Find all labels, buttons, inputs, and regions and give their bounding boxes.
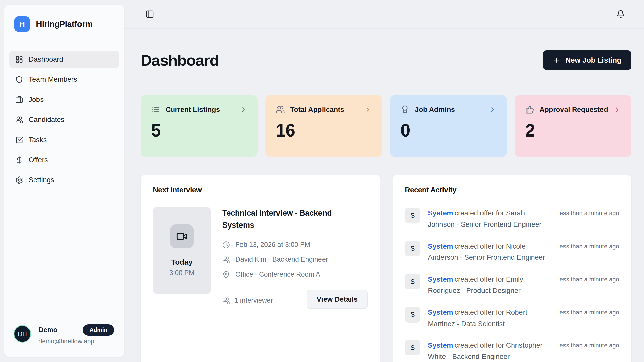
activity-actor: System xyxy=(428,308,453,316)
video-tile xyxy=(170,224,194,248)
activity-text: Systemcreated offer for Sarah Johnson - … xyxy=(428,208,551,230)
next-interview-card: Next Interview Today 3:00 PM Technical I… xyxy=(141,174,380,362)
sidebar-item-team-members[interactable]: Team Members xyxy=(9,71,119,88)
stat-value: 16 xyxy=(276,120,372,141)
activity-list-item: S Systemcreated offer for Robert Martine… xyxy=(405,307,619,330)
interview-day: Today xyxy=(171,258,193,266)
activity-actor: System xyxy=(428,209,453,217)
gear-icon xyxy=(15,176,23,184)
main-area: Dashboard New Job Listing Current Listin… xyxy=(125,0,644,362)
sidebar-item-label: Jobs xyxy=(29,96,44,104)
activity-text: Systemcreated offer for Nicole Anderson … xyxy=(428,241,551,263)
interview-location-row: Office - Conference Room A xyxy=(222,270,368,278)
activity-list-item: S Systemcreated offer for Sarah Johnson … xyxy=(405,208,619,230)
recent-activity-heading: Recent Activity xyxy=(405,186,619,194)
activity-avatar: S xyxy=(405,340,420,355)
users-icon xyxy=(222,256,230,263)
stat-value: 2 xyxy=(525,120,621,141)
briefcase-icon xyxy=(15,96,23,104)
activity-timestamp: less than a minute ago xyxy=(558,340,619,362)
user-menu[interactable]: DH Demo Admin demo@hireflow.app xyxy=(4,324,124,357)
stat-card-job-admins[interactable]: Job Admins 0 xyxy=(390,95,507,157)
sidebar-item-label: Offers xyxy=(29,156,48,164)
chevron-right-icon xyxy=(364,106,372,113)
chevron-right-icon xyxy=(613,106,621,113)
topbar xyxy=(125,0,644,29)
users-icon xyxy=(276,105,285,114)
sidebar-item-dashboard[interactable]: Dashboard xyxy=(9,51,119,68)
activity-list-item: S Systemcreated offer for Emily Rodrigue… xyxy=(405,274,619,296)
sidebar-item-candidates[interactable]: Candidates xyxy=(9,111,119,128)
activity-text: Systemcreated offer for Robert Martinez … xyxy=(428,307,551,330)
map-pin-icon xyxy=(222,271,230,278)
bell-icon xyxy=(616,10,625,18)
activity-timestamp: less than a minute ago xyxy=(558,274,619,296)
interview-time: 3:00 PM xyxy=(169,269,195,277)
activity-actor: System xyxy=(428,242,453,250)
interview-title: Technical Interview - Backend Systems xyxy=(222,207,348,231)
stat-card-current-listings[interactable]: Current Listings 5 xyxy=(141,95,258,157)
award-icon xyxy=(400,105,409,114)
users-icon xyxy=(15,116,23,124)
avatar: DH xyxy=(14,326,30,342)
sidebar-item-label: Candidates xyxy=(29,116,64,124)
stat-label: Total Applicants xyxy=(290,106,344,114)
activity-list-item: S Systemcreated offer for Nicole Anderso… xyxy=(405,241,619,263)
content: Dashboard New Job Listing Current Listin… xyxy=(125,41,644,362)
sidebar-item-jobs[interactable]: Jobs xyxy=(9,91,119,108)
brand-name: HiringPlatform xyxy=(36,19,93,29)
interview-datetime-row: Feb 13, 2026 at 3:00 PM xyxy=(222,241,368,249)
activity-avatar: S xyxy=(405,307,420,323)
brand-logo: H xyxy=(14,16,30,32)
dashboard-icon xyxy=(15,56,23,63)
shield-icon xyxy=(15,76,23,83)
stat-card-total-applicants[interactable]: Total Applicants 16 xyxy=(265,95,382,157)
panel-left-icon xyxy=(146,10,154,18)
sidebar-item-label: Dashboard xyxy=(29,55,63,63)
video-camera-icon xyxy=(176,231,188,242)
check-square-icon xyxy=(15,136,23,144)
sidebar-item-tasks[interactable]: Tasks xyxy=(9,131,119,148)
recent-activity-card: Recent Activity S Systemcreated offer fo… xyxy=(392,174,631,362)
activity-timestamp: less than a minute ago xyxy=(558,208,619,230)
interview-person-row: David Kim - Backend Engineer xyxy=(222,256,368,263)
activity-text: Systemcreated offer for Emily Rodriguez … xyxy=(428,274,551,296)
activity-list-item: S Systemcreated offer for Christopher Wh… xyxy=(405,340,619,362)
activity-timestamp: less than a minute ago xyxy=(558,307,619,330)
new-job-listing-button[interactable]: New Job Listing xyxy=(543,50,631,70)
activity-text: Systemcreated offer for Christopher Whit… xyxy=(428,340,551,362)
user-email: demo@hireflow.app xyxy=(38,338,114,345)
stat-label: Current Listings xyxy=(166,106,220,114)
interviewer-count: 1 interviewer xyxy=(222,297,273,309)
stat-value: 5 xyxy=(151,120,247,141)
sidebar-item-settings[interactable]: Settings xyxy=(9,172,119,188)
list-icon xyxy=(151,105,160,114)
activity-avatar: S xyxy=(405,241,420,256)
brand: H HiringPlatform xyxy=(4,5,124,32)
activity-avatar: S xyxy=(405,274,420,289)
sidebar-toggle-button[interactable] xyxy=(144,8,156,20)
chevron-right-icon xyxy=(489,106,496,113)
activity-avatar: S xyxy=(405,208,420,223)
activity-actor: System xyxy=(428,341,453,349)
next-interview-heading: Next Interview xyxy=(153,186,368,194)
sidebar-nav: Dashboard Team Members Jobs Candidates T… xyxy=(4,51,124,188)
user-name: Demo xyxy=(38,326,57,334)
page-title: Dashboard xyxy=(141,51,219,69)
stat-card-approval-requested[interactable]: Approval Requested 2 xyxy=(515,95,632,157)
plus-icon xyxy=(553,56,560,64)
activity-list: S Systemcreated offer for Sarah Johnson … xyxy=(405,208,619,362)
interview-date-tile: Today 3:00 PM xyxy=(153,207,211,294)
sidebar-item-offers[interactable]: Offers xyxy=(9,152,119,168)
thumbs-up-icon xyxy=(525,105,534,114)
role-badge: Admin xyxy=(83,324,114,336)
activity-timestamp: less than a minute ago xyxy=(558,241,619,263)
clock-icon xyxy=(222,241,230,249)
chevron-right-icon xyxy=(239,106,247,113)
dollar-icon xyxy=(15,156,23,164)
view-details-button[interactable]: View Details xyxy=(307,290,368,309)
notifications-button[interactable] xyxy=(615,8,626,20)
sidebar: H HiringPlatform Dashboard Team Members … xyxy=(4,5,125,357)
sidebar-item-label: Team Members xyxy=(29,75,77,83)
stat-label: Approval Requested xyxy=(540,106,608,114)
